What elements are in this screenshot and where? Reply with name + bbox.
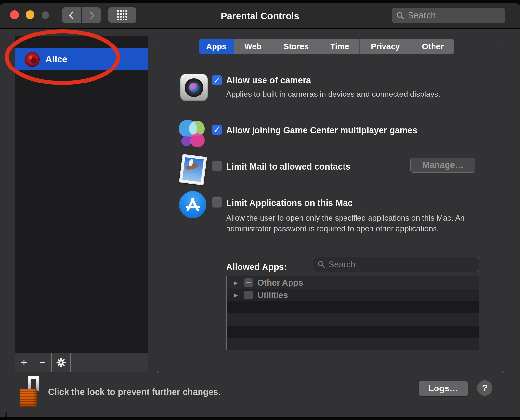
disclosure-triangle-icon[interactable]	[234, 292, 240, 298]
limit-applications-description: Allow the user to open only the specifie…	[226, 212, 478, 234]
limit-applications-label: Limit Applications on this Mac	[226, 198, 353, 208]
search-input[interactable]	[408, 10, 496, 20]
empty-list-row	[227, 338, 479, 350]
parental-controls-window: Parental Controls Alice + −	[0, 3, 520, 417]
help-button[interactable]: ?	[477, 380, 492, 396]
tab-time[interactable]: Time	[320, 39, 360, 54]
sidebar-footer-filler	[71, 353, 148, 372]
chevron-right-icon	[87, 10, 96, 20]
tab-web[interactable]: Web	[234, 39, 272, 54]
limit-mail-checkbox[interactable]	[212, 161, 222, 171]
remove-user-button[interactable]: −	[33, 353, 52, 372]
sidebar-footer: + −	[15, 353, 148, 372]
close-window-button[interactable]	[10, 10, 19, 19]
back-button[interactable]	[62, 7, 81, 23]
tab-bar: Apps Web Stores Time Privacy Other	[199, 39, 454, 54]
limit-mail-label: Limit Mail to allowed contacts	[226, 162, 351, 172]
window-title: Parental Controls	[140, 3, 380, 29]
grid-icon	[116, 9, 129, 22]
empty-list-row	[227, 326, 479, 338]
zoom-window-button	[42, 11, 49, 19]
allow-camera-checkbox[interactable]	[212, 75, 222, 85]
app-store-icon	[179, 191, 206, 218]
tab-other[interactable]: Other	[411, 39, 454, 54]
disclosure-triangle-icon[interactable]	[234, 280, 240, 286]
forward-button[interactable]	[82, 7, 101, 23]
other-apps-checkbox[interactable]	[244, 278, 253, 287]
add-user-button[interactable]: +	[15, 353, 33, 372]
unlocked-padlock-icon[interactable]	[20, 376, 40, 407]
utilities-checkbox[interactable]	[244, 291, 253, 299]
empty-list-row	[227, 313, 479, 326]
tab-apps[interactable]: Apps	[199, 39, 234, 54]
minimize-window-button[interactable]	[26, 10, 34, 19]
allowed-apps-list: Other Apps Utilities	[226, 276, 479, 350]
limit-applications-checkbox[interactable]	[212, 197, 222, 208]
list-item-utilities[interactable]: Utilities	[227, 289, 479, 301]
game-center-icon	[179, 119, 207, 147]
allowed-apps-search-input[interactable]	[329, 260, 459, 270]
user-actions-button[interactable]	[52, 353, 71, 372]
allowed-apps-label: Allowed Apps:	[226, 262, 287, 272]
chevron-left-icon	[68, 10, 76, 20]
lock-hint-text: Click the lock to prevent further change…	[48, 387, 221, 397]
list-item-other-apps[interactable]: Other Apps	[227, 276, 479, 289]
logs-button[interactable]: Logs…	[419, 381, 468, 396]
cursor-artifact	[0, 407, 9, 417]
allowed-apps-search-field[interactable]	[313, 257, 479, 272]
tab-privacy[interactable]: Privacy	[360, 39, 411, 54]
allow-game-center-label: Allow joining Game Center multiplayer ga…	[226, 125, 417, 135]
allow-camera-description: Applies to built-in cameras in devices a…	[226, 90, 440, 99]
allow-game-center-checkbox[interactable]	[212, 125, 222, 135]
empty-list-row	[227, 301, 479, 313]
group-label: Utilities	[257, 290, 288, 300]
group-label: Other Apps	[257, 278, 303, 288]
search-icon	[318, 261, 325, 268]
search-icon	[396, 11, 405, 20]
mail-app-icon	[179, 154, 207, 185]
show-all-preferences-button[interactable]	[108, 7, 136, 23]
gear-icon	[56, 357, 66, 368]
titlebar-search-field[interactable]	[392, 8, 505, 23]
tab-stores[interactable]: Stores	[272, 39, 320, 54]
annotation-ellipse	[5, 29, 120, 85]
user-list-sidebar: Alice + −	[15, 36, 148, 372]
allow-camera-label: Allow use of camera	[226, 75, 311, 85]
title-bar: Parental Controls	[0, 3, 520, 29]
camera-app-icon	[180, 74, 208, 101]
manage-contacts-button[interactable]: Manage…	[410, 158, 475, 173]
